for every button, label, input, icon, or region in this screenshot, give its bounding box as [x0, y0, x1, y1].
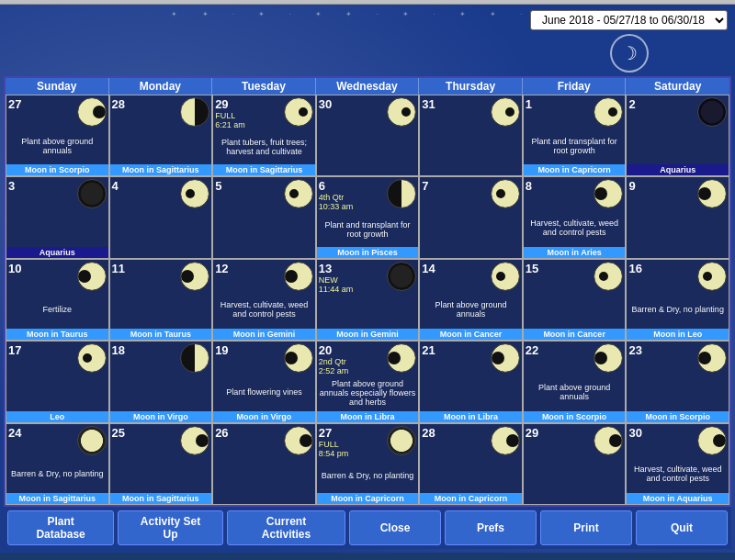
date-number[interactable]: 8 [526, 179, 542, 193]
moon-bar[interactable]: Moon in Sagittarius [110, 493, 212, 504]
moon-phase-image [77, 179, 107, 208]
moon-phase-image [697, 343, 727, 373]
moon-phase-image [697, 179, 727, 208]
moon-phase-image [594, 343, 623, 373]
date-number[interactable]: 22 [526, 343, 542, 357]
date-number[interactable]: 24 [8, 426, 25, 440]
moon-bar[interactable]: Moon in Virgo [213, 411, 315, 422]
cell-4-2: 26 [212, 423, 316, 505]
empty-space [627, 373, 729, 410]
date-number[interactable]: 15 [526, 262, 542, 275]
moon-bar[interactable]: Moon in Cancer [524, 329, 626, 340]
date-number[interactable]: 25 [112, 426, 129, 440]
date-number[interactable]: 11 [112, 262, 129, 275]
cell-1-5: 8Harvest, cultivate, weed and control pe… [523, 176, 627, 258]
quit-button[interactable]: Quit [636, 510, 728, 545]
phase-label: NEW 11:44 am [319, 275, 356, 294]
date-number[interactable]: 3 [8, 179, 25, 193]
moon-bar[interactable]: Moon in Sagittarius [6, 493, 108, 504]
cell-1-2: 5 [212, 176, 316, 258]
date-number[interactable]: 4 [112, 179, 129, 193]
date-number[interactable]: 19 [215, 343, 232, 357]
date-number[interactable]: 28 [422, 426, 438, 440]
cell-3-2: 19Plant flowering vinesMoon in Virgo [212, 341, 316, 422]
moon-bar[interactable]: Moon in Sagittarius [213, 164, 315, 175]
empty-space [627, 127, 729, 164]
moon-phase-image [77, 262, 107, 291]
moon-phase-image [697, 426, 727, 455]
moon-bar[interactable]: Aquarius [6, 247, 108, 258]
moon-bar[interactable]: Moon in Leo [627, 329, 729, 340]
current-activities-button[interactable]: Current Activities [227, 510, 345, 545]
moon-bar[interactable]: Moon in Scorpio [627, 411, 729, 422]
date-number[interactable]: 2 [628, 97, 645, 111]
date-number[interactable]: 27 [8, 97, 25, 111]
moon-phase-image [387, 262, 416, 291]
cell-4-5: 29 [523, 423, 627, 505]
date-number[interactable]: 18 [112, 343, 129, 357]
cell-0-6: 2Aquarius [626, 95, 729, 176]
activity-text: Harvest, cultivate, weed and control pes… [627, 455, 729, 493]
phase-label: 4th Qtr 10:33 am [319, 193, 356, 211]
moon-bar[interactable]: Moon in Cancer [420, 329, 522, 340]
moon-phase-image [284, 426, 313, 455]
moon-bar[interactable]: Leo [6, 411, 108, 422]
activity-text: Fertilize [6, 291, 108, 329]
moon-bar[interactable]: Moon in Virgo [110, 411, 212, 422]
moon-bar[interactable]: Moon in Capricorn [524, 164, 626, 175]
moon-bar[interactable]: Aquarius [627, 164, 729, 175]
header-sunday: Sunday [6, 78, 109, 95]
activity-set-up-button[interactable]: Activity Set Up [118, 510, 223, 545]
date-number[interactable]: 9 [628, 179, 645, 193]
date-number[interactable]: 26 [215, 426, 232, 440]
moon-bar[interactable]: Moon in Libra [317, 411, 419, 422]
date-number[interactable]: 28 [112, 97, 129, 111]
moon-bar[interactable]: Moon in Gemini [213, 329, 315, 340]
moon-phase-image [180, 97, 209, 127]
date-number[interactable]: 23 [628, 343, 645, 357]
activity-text: Harvest, cultivate, weed and control pes… [213, 291, 315, 329]
moon-phase-image [491, 97, 520, 127]
moon-bar[interactable]: Moon in Sagittarius [110, 164, 212, 175]
print-button[interactable]: Print [540, 510, 632, 545]
date-number[interactable]: 29 [526, 426, 542, 440]
prefs-button[interactable]: Prefs [445, 510, 537, 545]
date-number[interactable]: 29 [215, 97, 232, 111]
date-number[interactable]: 13 [319, 262, 335, 275]
date-range-select[interactable]: June 2018 - 05/27/18 to 06/30/18 [530, 10, 728, 30]
moon-bar[interactable]: Moon in Taurus [6, 329, 108, 340]
date-number[interactable]: 10 [8, 262, 25, 275]
empty-space [110, 291, 212, 329]
moon-bar[interactable]: Moon in Libra [420, 411, 522, 422]
plant-database-button[interactable]: Plant Database [7, 510, 114, 545]
date-number[interactable]: 30 [319, 97, 335, 111]
moon-bar[interactable]: Moon in Scorpio [6, 164, 108, 175]
date-number[interactable]: 5 [215, 179, 232, 193]
phase-label: FULL 6:21 am [215, 111, 248, 129]
close-button[interactable]: Close [349, 510, 441, 545]
date-number[interactable]: 21 [422, 343, 438, 357]
date-number[interactable]: 27 [319, 426, 335, 440]
date-number[interactable]: 1 [526, 97, 542, 111]
moon-bar[interactable]: Moon in Aquarius [627, 493, 729, 504]
date-number[interactable]: 20 [319, 343, 335, 357]
date-number[interactable]: 31 [422, 97, 438, 111]
header-monday: Monday [109, 78, 213, 95]
moon-bar[interactable]: Moon in Aries [524, 247, 626, 258]
date-number[interactable]: 30 [628, 426, 645, 440]
moon-phase-image [387, 426, 416, 455]
date-number[interactable]: 14 [422, 262, 438, 275]
moon-bar[interactable]: Moon in Taurus [110, 329, 212, 340]
date-number[interactable]: 7 [422, 179, 438, 193]
date-number[interactable]: 12 [215, 262, 232, 275]
moon-bar[interactable]: Moon in Capricorn [420, 493, 522, 504]
header-saturday: Saturday [626, 78, 729, 95]
date-number[interactable]: 17 [8, 343, 25, 357]
moon-bar[interactable]: Moon in Capricorn [317, 493, 419, 504]
moon-bar[interactable]: Moon in Pisces [317, 247, 419, 258]
empty-space [213, 455, 315, 504]
moon-bar[interactable]: Moon in Gemini [317, 329, 419, 340]
date-number[interactable]: 6 [319, 179, 335, 193]
date-number[interactable]: 16 [628, 262, 645, 275]
moon-bar[interactable]: Moon in Scorpio [524, 411, 626, 422]
